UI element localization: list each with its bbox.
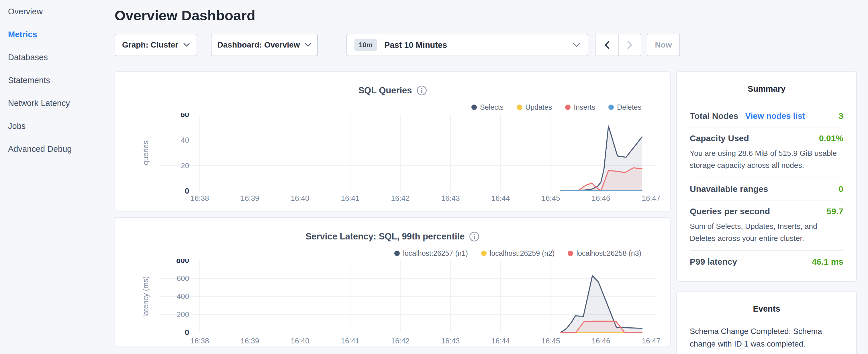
time-prev-button[interactable] — [595, 34, 618, 56]
legend-item[interactable]: localhost:26259 (n2) — [481, 249, 555, 257]
legend-dot-icon — [517, 104, 522, 110]
legend-item[interactable]: Deletes — [608, 103, 641, 111]
legend-label: Selects — [480, 103, 503, 111]
graph-dropdown[interactable]: Graph: Cluster — [115, 34, 197, 56]
info-icon[interactable] — [417, 85, 427, 96]
dashboard-dropdown-label: Dashboard: Overview — [217, 40, 300, 50]
legend-item[interactable]: Updates — [517, 103, 552, 111]
legend-label: localhost:26259 (n2) — [490, 249, 555, 257]
summary-row-label: Capacity Used — [690, 133, 749, 143]
svg-text:16:38: 16:38 — [190, 336, 209, 345]
time-range-badge: 10m — [354, 39, 377, 51]
svg-text:16:39: 16:39 — [241, 194, 259, 202]
svg-text:40: 40 — [181, 136, 189, 144]
service-latency-plot[interactable]: 16:3816:3916:4016:4116:4216:4316:4416:45… — [124, 259, 662, 347]
time-pager — [595, 34, 641, 56]
sidebar-item-advanced-debug[interactable]: Advanced Debug — [0, 137, 115, 160]
summary-row-value: 0 — [838, 184, 843, 194]
svg-text:400: 400 — [177, 292, 189, 301]
summary-row-description: You are using 28.6 MiB of 515.9 GiB usab… — [690, 148, 843, 171]
svg-text:16:40: 16:40 — [290, 336, 309, 345]
svg-text:16:38: 16:38 — [190, 194, 209, 202]
sidebar-item-jobs[interactable]: Jobs — [0, 115, 115, 137]
svg-text:600: 600 — [177, 274, 189, 283]
legend-label: Deletes — [617, 103, 641, 111]
legend-label: localhost:26258 (n3) — [576, 249, 641, 257]
sql-queries-plot[interactable]: 16:3816:3916:4016:4116:4216:4316:4416:45… — [124, 113, 662, 210]
chart-legend: SelectsUpdatesInsertsDeletes — [124, 103, 641, 111]
svg-text:200: 200 — [177, 310, 189, 319]
event-list-item[interactable]: Schema Change Completed: Schema change w… — [690, 325, 843, 354]
summary-row-total-nodes: Total Nodes View nodes list 3 — [690, 105, 843, 127]
summary-row-label: Total Nodes — [690, 111, 738, 121]
chevron-left-icon — [604, 41, 610, 49]
svg-text:16:41: 16:41 — [341, 194, 359, 202]
svg-text:16:44: 16:44 — [491, 194, 510, 202]
summary-panel: Summary Total Nodes View nodes list 3 Ca… — [676, 71, 857, 282]
svg-text:16:45: 16:45 — [541, 336, 560, 345]
legend-label: Updates — [525, 103, 552, 111]
svg-text:0: 0 — [185, 187, 189, 195]
sidebar-item-statements[interactable]: Statements — [0, 69, 115, 92]
app-root: Overview Metrics Databases Statements Ne… — [0, 0, 868, 354]
svg-text:16:47: 16:47 — [642, 336, 660, 345]
svg-text:16:42: 16:42 — [391, 336, 409, 345]
view-nodes-link[interactable]: View nodes list — [745, 111, 805, 121]
page-title: Overview Dashboard — [115, 7, 857, 24]
sql-queries-chart-card: SQL Queries SelectsUpdatesInsertsDeletes… — [115, 71, 671, 212]
svg-text:16:39: 16:39 — [241, 336, 259, 345]
summary-row-label: P99 latency — [690, 257, 737, 267]
time-next-button[interactable] — [618, 34, 641, 56]
summary-row-value: 46.1 ms — [812, 257, 843, 267]
legend-dot-icon — [481, 251, 487, 256]
svg-text:16:47: 16:47 — [642, 194, 660, 202]
controls-bar: Graph: Cluster Dashboard: Overview 10m P… — [115, 34, 857, 56]
summary-row-capacity-used: Capacity Used 0.01% You are using 28.6 M… — [690, 127, 843, 178]
charts-column: SQL Queries SelectsUpdatesInsertsDeletes… — [115, 71, 671, 354]
legend-dot-icon — [565, 104, 570, 110]
sidebar-item-metrics[interactable]: Metrics — [0, 23, 115, 46]
time-range-picker[interactable]: 10m Past 10 Minutes — [346, 34, 588, 56]
legend-dot-icon — [394, 251, 400, 256]
legend-item[interactable]: localhost:26257 (n1) — [394, 249, 468, 257]
summary-row-value: 0.01% — [819, 133, 843, 143]
svg-text:latency (ms): latency (ms) — [141, 276, 150, 317]
summary-row-queries-per-second: Queries per second 59.7 Sum of Selects, … — [690, 200, 843, 251]
sidebar-item-databases[interactable]: Databases — [0, 46, 115, 69]
svg-text:16:46: 16:46 — [591, 194, 610, 202]
service-latency-chart-card: Service Latency: SQL, 99th percentile lo… — [115, 217, 671, 347]
dashboard-content: SQL Queries SelectsUpdatesInsertsDeletes… — [115, 71, 857, 354]
controls-divider — [329, 34, 329, 56]
chevron-down-icon — [183, 43, 190, 47]
legend-item[interactable]: localhost:26258 (n3) — [568, 249, 641, 257]
summary-row-value: 59.7 — [827, 206, 843, 216]
svg-text:20: 20 — [181, 161, 189, 170]
svg-text:16:43: 16:43 — [441, 336, 460, 345]
legend-item[interactable]: Selects — [471, 103, 503, 111]
svg-text:queries: queries — [141, 141, 150, 165]
info-icon[interactable] — [469, 231, 479, 242]
summary-row-label: Unavailable ranges — [690, 184, 768, 194]
sidebar-item-overview[interactable]: Overview — [0, 0, 115, 23]
svg-text:16:45: 16:45 — [541, 194, 560, 202]
summary-row-description: Sum of Selects, Updates, Inserts, and De… — [690, 221, 843, 245]
graph-dropdown-label: Graph: Cluster — [122, 40, 178, 50]
summary-row-value: 3 — [838, 111, 843, 121]
main-content: Overview Dashboard Graph: Cluster Dashbo… — [115, 0, 868, 354]
svg-text:16:41: 16:41 — [341, 336, 359, 345]
svg-text:16:42: 16:42 — [391, 194, 409, 202]
time-range-label: Past 10 Minutes — [384, 40, 447, 50]
legend-label: Inserts — [574, 103, 595, 111]
summary-row-p99-latency: P99 latency 46.1 ms — [690, 251, 843, 273]
svg-text:60: 60 — [181, 113, 189, 119]
chart-title: Service Latency: SQL, 99th percentile — [306, 231, 465, 242]
svg-text:0: 0 — [185, 328, 189, 337]
now-button[interactable]: Now — [647, 34, 680, 56]
svg-text:800: 800 — [176, 259, 189, 265]
dashboard-dropdown[interactable]: Dashboard: Overview — [211, 34, 318, 56]
chart-title: SQL Queries — [358, 85, 412, 96]
chevron-right-icon — [627, 41, 632, 49]
legend-item[interactable]: Inserts — [565, 103, 595, 111]
event-message: Schema Change Completed: Schema change w… — [690, 325, 843, 350]
sidebar-item-network-latency[interactable]: Network Latency — [0, 92, 115, 115]
